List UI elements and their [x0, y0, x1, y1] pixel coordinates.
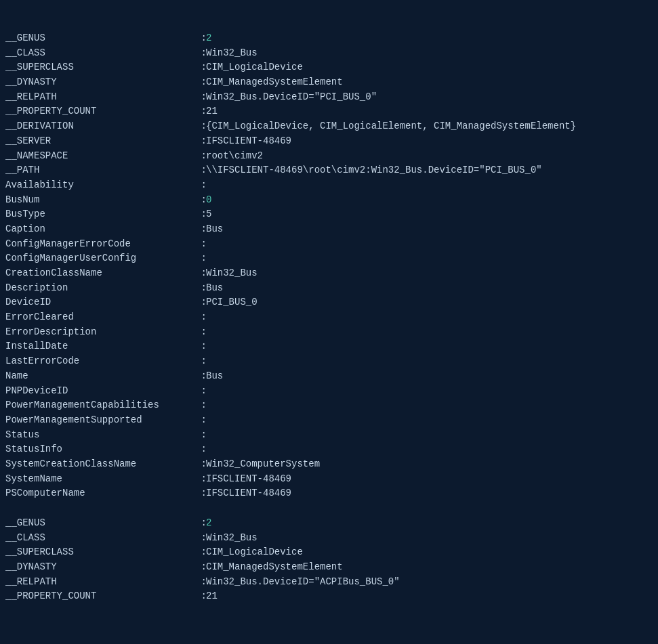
prop-colon: : — [195, 60, 202, 75]
prop-row: Name : Bus — [5, 369, 655, 384]
prop-row: __SUPERCLASS : CIM_LogicalDevice — [5, 60, 655, 75]
prop-name: Name — [5, 369, 195, 384]
prop-value: Win32_ComputerSystem — [206, 457, 320, 472]
prop-name: ConfigManagerUserConfig — [5, 251, 195, 266]
prop-row: ConfigManagerErrorCode : — [5, 237, 655, 252]
prop-name: __CLASS — [5, 531, 195, 546]
prop-row: __DYNASTY : CIM_ManagedSystemElement — [5, 560, 655, 575]
prop-colon: : — [195, 339, 202, 354]
prop-colon: : — [195, 545, 202, 560]
prop-row: __PROPERTY_COUNT : 21 — [5, 104, 655, 119]
prop-name: BusType — [5, 207, 195, 222]
blank-line-1 — [3, 501, 655, 516]
prop-row: __CLASS : Win32_Bus — [5, 46, 655, 61]
prop-name: __PROPERTY_COUNT — [5, 104, 195, 119]
prop-value: Bus — [206, 222, 223, 237]
prop-colon: : — [195, 251, 202, 266]
prop-colon: : — [195, 295, 202, 310]
prop-name: SystemCreationClassName — [5, 457, 195, 472]
prop-row: __PROPERTY_COUNT : 21 — [5, 589, 655, 604]
prop-colon: : — [195, 119, 202, 134]
prop-colon: : — [195, 46, 202, 61]
prop-colon: : — [195, 457, 202, 472]
prop-value: 5 — [206, 207, 211, 222]
prop-value: IFSCLIENT-48469 — [206, 486, 291, 501]
prop-row: Description : Bus — [5, 281, 655, 296]
prop-value: Win32_Bus — [206, 46, 258, 61]
prop-colon: : — [195, 428, 202, 443]
prop-row: __RELPATH : Win32_Bus.DeviceID="ACPIBus_… — [5, 575, 655, 590]
prop-row: Status : — [5, 428, 655, 443]
prop-row: ConfigManagerUserConfig : — [5, 251, 655, 266]
prop-colon: : — [195, 75, 202, 90]
prop-name: __PROPERTY_COUNT — [5, 589, 195, 604]
prop-name: __PATH — [5, 163, 195, 178]
prop-name: Status — [5, 428, 195, 443]
prop-row: SystemCreationClassName : Win32_Computer… — [5, 457, 655, 472]
prop-name: PowerManagementSupported — [5, 413, 195, 428]
prop-row: __SERVER : IFSCLIENT-48469 — [5, 134, 655, 149]
prop-row: ErrorCleared : — [5, 310, 655, 325]
prop-name: PowerManagementCapabilities — [5, 398, 195, 413]
prop-row: __NAMESPACE : root\cimv2 — [5, 149, 655, 164]
prop-row: LastErrorCode : — [5, 354, 655, 369]
prop-row: __SUPERCLASS : CIM_LogicalDevice — [5, 545, 655, 560]
prop-name: __SUPERCLASS — [5, 545, 195, 560]
prop-colon: : — [195, 531, 202, 546]
prop-row: CreationClassName : Win32_Bus — [5, 266, 655, 281]
prop-row: BusType : 5 — [5, 207, 655, 222]
terminal-window: __GENUS : 2__CLASS : Win32_Bus__SUPERCLA… — [0, 7, 658, 644]
prop-colon: : — [195, 413, 202, 428]
prop-name: __NAMESPACE — [5, 149, 195, 164]
prop-name: ErrorDescription — [5, 325, 195, 340]
prop-name: StatusInfo — [5, 442, 195, 457]
prop-value: 2 — [206, 516, 211, 531]
prop-colon: : — [195, 384, 202, 399]
prop-name: Description — [5, 281, 195, 296]
output-block-1: __GENUS : 2__CLASS : Win32_Bus__SUPERCLA… — [3, 31, 655, 501]
prop-value: CIM_LogicalDevice — [206, 545, 303, 560]
prop-name: Caption — [5, 222, 195, 237]
prompt-space — [7, 12, 13, 23]
prop-value: Win32_Bus.DeviceID="ACPIBus_BUS_0" — [206, 575, 400, 590]
prop-value: Win32_Bus — [206, 266, 258, 281]
prop-colon: : — [195, 589, 202, 604]
prompt-line — [3, 12, 655, 23]
prop-value: {CIM_LogicalDevice, CIM_LogicalElement, … — [206, 119, 576, 134]
prop-value: root\cimv2 — [206, 149, 263, 164]
prop-value: IFSCLIENT-48469 — [206, 134, 291, 149]
prop-row: __RELPATH : Win32_Bus.DeviceID="PCI_BUS_… — [5, 90, 655, 105]
prop-name: __GENUS — [5, 31, 195, 46]
prop-colon: : — [195, 149, 202, 164]
prop-value: \\IFSCLIENT-48469\root\cimv2:Win32_Bus.D… — [206, 163, 542, 178]
prop-value: CIM_LogicalDevice — [206, 60, 303, 75]
prop-colon: : — [195, 90, 202, 105]
prop-name: __SERVER — [5, 134, 195, 149]
prop-colon: : — [195, 178, 202, 193]
prop-row: Caption : Bus — [5, 222, 655, 237]
prop-colon: : — [195, 369, 202, 384]
prop-name: LastErrorCode — [5, 354, 195, 369]
prop-colon: : — [195, 134, 202, 149]
prop-colon: : — [195, 516, 202, 531]
prop-row: PowerManagementSupported : — [5, 413, 655, 428]
prop-value: 21 — [206, 589, 218, 604]
prop-colon: : — [195, 472, 202, 487]
prop-name: __DYNASTY — [5, 560, 195, 575]
prop-value: 2 — [206, 31, 211, 46]
prop-row: __GENUS : 2 — [5, 516, 655, 531]
prop-name: __GENUS — [5, 516, 195, 531]
prop-value: 21 — [206, 104, 218, 119]
prop-row: ErrorDescription : — [5, 325, 655, 340]
prop-colon: : — [195, 207, 202, 222]
prop-colon: : — [195, 486, 202, 501]
prompt-backslash — [24, 12, 29, 23]
prop-row: InstallDate : — [5, 339, 655, 354]
prop-colon: : — [195, 398, 202, 413]
prop-name: __RELPATH — [5, 90, 195, 105]
prop-value: IFSCLIENT-48469 — [206, 472, 291, 487]
prop-colon: : — [195, 193, 202, 208]
prop-value: Bus — [206, 281, 223, 296]
output-block-2: __GENUS : 2__CLASS : Win32_Bus__SUPERCLA… — [3, 516, 655, 604]
prop-name: ConfigManagerErrorCode — [5, 237, 195, 252]
